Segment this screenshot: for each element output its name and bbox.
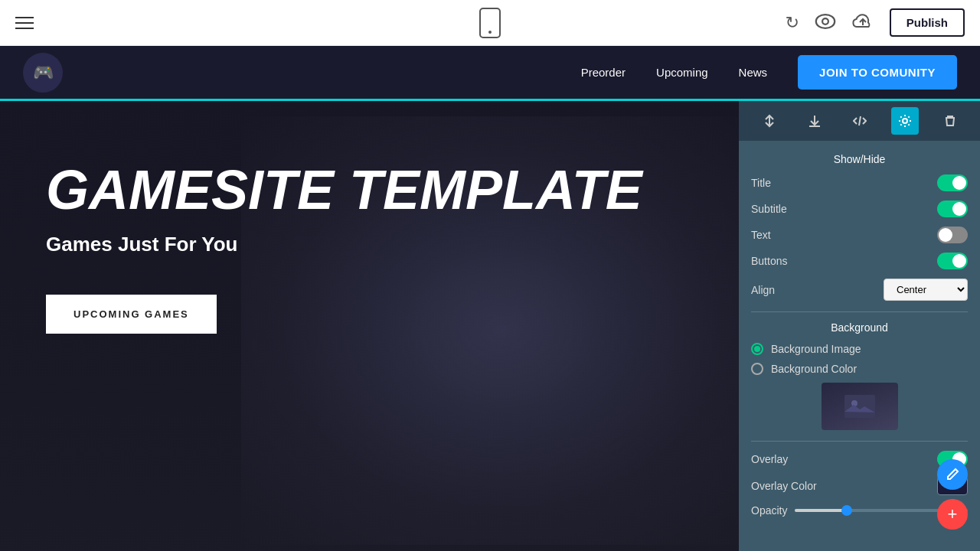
publish-label: Publish bbox=[906, 16, 948, 29]
background-image-label: Background Image bbox=[771, 343, 861, 355]
svg-point-1 bbox=[822, 18, 828, 24]
buttons-toggle-row: Buttons bbox=[751, 253, 968, 269]
title-toggle-row: Title bbox=[751, 174, 968, 191]
align-label: Align bbox=[751, 284, 775, 296]
subtitle-toggle-label: Subtitle bbox=[751, 203, 787, 215]
nav-link-upcoming[interactable]: Upcoming bbox=[656, 66, 708, 79]
background-color-radio[interactable] bbox=[751, 363, 763, 375]
logo-image: 🎮 bbox=[23, 53, 63, 93]
nav-logo: 🎮 bbox=[23, 53, 63, 93]
svg-line-5 bbox=[859, 116, 861, 126]
panel-toolbar bbox=[739, 101, 980, 141]
nav-link-preorder[interactable]: Preorder bbox=[581, 66, 626, 79]
add-float-button[interactable]: + bbox=[937, 499, 968, 530]
sort-tool-button[interactable] bbox=[756, 107, 783, 135]
svg-point-6 bbox=[903, 119, 907, 123]
subtitle-toggle-row: Subtitle bbox=[751, 201, 968, 217]
opacity-row: Opacity bbox=[751, 504, 968, 517]
overlay-color-label: Overlay Color bbox=[751, 480, 817, 492]
publish-button[interactable]: Publish bbox=[890, 8, 965, 37]
join-community-button[interactable]: JOIN TO COMUNITY bbox=[798, 55, 957, 90]
background-label: Background bbox=[751, 321, 968, 334]
title-toggle-label: Title bbox=[751, 177, 771, 189]
toolbar-center bbox=[479, 8, 501, 38]
opacity-slider-fill bbox=[795, 509, 847, 512]
buttons-toggle[interactable] bbox=[937, 253, 968, 269]
logo-emoji: 🎮 bbox=[33, 63, 54, 83]
subtitle-toggle[interactable] bbox=[937, 201, 968, 217]
right-panel: Show/Hide Title Subtitle Text bbox=[739, 101, 980, 551]
code-tool-button[interactable] bbox=[846, 107, 874, 135]
edit-float-button[interactable] bbox=[937, 459, 968, 490]
hero-section: GAMESITE TEMPLATE Games Just For You UPC… bbox=[0, 101, 739, 551]
text-toggle[interactable] bbox=[937, 227, 968, 243]
show-hide-label: Show/Hide bbox=[751, 153, 968, 165]
divider-2 bbox=[751, 441, 968, 442]
mobile-preview-icon[interactable] bbox=[479, 8, 501, 38]
settings-tool-button[interactable] bbox=[891, 107, 919, 135]
background-color-label: Background Color bbox=[771, 363, 857, 375]
text-toggle-knob bbox=[939, 228, 952, 242]
svg-rect-7 bbox=[844, 395, 875, 418]
hamburger-menu-icon[interactable] bbox=[15, 17, 34, 29]
delete-tool-button[interactable] bbox=[936, 107, 964, 135]
overlay-toggle-row: Overlay bbox=[751, 451, 968, 468]
panel-content: Show/Hide Title Subtitle Text bbox=[739, 141, 980, 551]
buttons-toggle-label: Buttons bbox=[751, 255, 787, 267]
background-image-radio[interactable] bbox=[751, 343, 763, 355]
divider-1 bbox=[751, 311, 968, 312]
nav-bar: 🎮 Preorder Upcoming News JOIN TO COMUNIT… bbox=[0, 46, 980, 101]
align-select[interactable]: Center Left Right bbox=[884, 279, 968, 301]
hero-subtitle: Games Just For You bbox=[46, 233, 693, 256]
download-tool-button[interactable] bbox=[801, 107, 828, 135]
toolbar-left bbox=[15, 17, 34, 29]
upcoming-games-button[interactable]: UPCOMING GAMES bbox=[46, 295, 217, 334]
overlay-toggle-label: Overlay bbox=[751, 453, 788, 465]
title-toggle-knob bbox=[952, 176, 966, 190]
image-preview-inner bbox=[822, 383, 898, 430]
hero-content: GAMESITE TEMPLATE Games Just For You UPC… bbox=[0, 101, 739, 395]
text-toggle-label: Text bbox=[751, 229, 771, 241]
opacity-slider-thumb[interactable] bbox=[841, 505, 852, 516]
top-toolbar: ↺ Publish bbox=[0, 0, 980, 46]
nav-links: Preorder Upcoming News JOIN TO COMUNITY bbox=[581, 55, 957, 90]
content-row: GAMESITE TEMPLATE Games Just For You UPC… bbox=[0, 101, 980, 551]
align-row: Align Center Left Right bbox=[751, 279, 968, 301]
hero-title: GAMESITE TEMPLATE bbox=[46, 162, 693, 217]
background-image-radio-row: Background Image bbox=[751, 343, 968, 355]
nav-link-news[interactable]: News bbox=[739, 66, 768, 79]
undo-icon[interactable]: ↺ bbox=[786, 13, 799, 33]
svg-point-0 bbox=[816, 15, 835, 28]
opacity-label: Opacity bbox=[751, 504, 787, 517]
eye-icon[interactable] bbox=[815, 14, 836, 32]
title-toggle[interactable] bbox=[937, 174, 968, 191]
overlay-color-row: Overlay Color bbox=[751, 477, 968, 495]
background-color-radio-row: Background Color bbox=[751, 363, 968, 375]
add-icon: + bbox=[948, 506, 958, 523]
toolbar-right: ↺ Publish bbox=[786, 8, 965, 37]
buttons-toggle-knob bbox=[952, 254, 966, 268]
background-image-preview[interactable] bbox=[822, 383, 898, 430]
cloud-upload-icon[interactable] bbox=[851, 13, 874, 33]
text-toggle-row: Text bbox=[751, 227, 968, 243]
subtitle-toggle-knob bbox=[952, 202, 966, 216]
